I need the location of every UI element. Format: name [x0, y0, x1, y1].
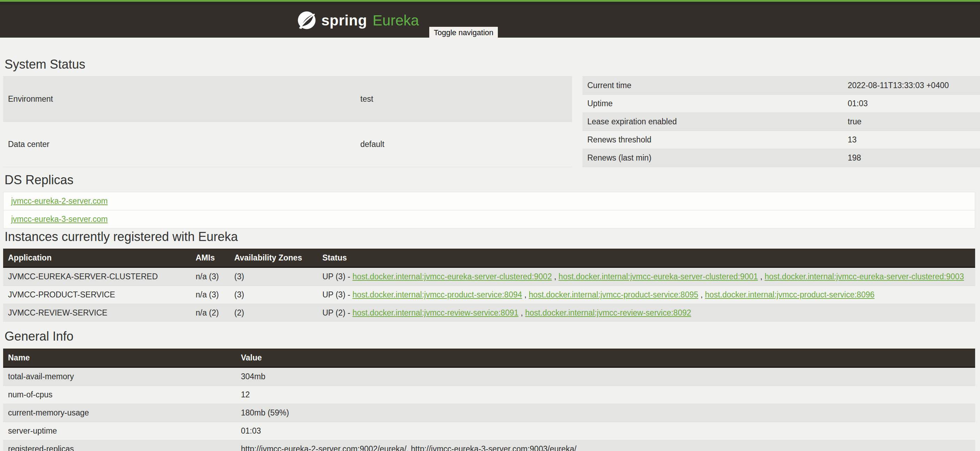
instance-link[interactable]: host.docker.internal:jvmcc-review-servic…: [525, 308, 691, 317]
status-value: 13: [843, 131, 980, 149]
instance-application: JVMCC-REVIEW-SERVICE: [3, 304, 191, 322]
instance-amis: n/a (2): [191, 304, 229, 322]
ds-replicas-list: jvmcc-eureka-2-server.comjvmcc-eureka-3-…: [3, 192, 975, 228]
general-info-name: total-avail-memory: [3, 367, 236, 386]
general-info-table: NameValue total-avail-memory304mbnum-of-…: [3, 349, 975, 451]
toggle-navigation-button[interactable]: Toggle navigation: [429, 27, 498, 38]
general-info-row: num-of-cpus12: [3, 386, 975, 404]
instance-status-prefix: UP (3) -: [322, 290, 352, 299]
brand-eureka-text: Eureka: [372, 11, 419, 30]
instance-status: UP (3) - host.docker.internal:jvmcc-eure…: [318, 268, 975, 286]
general-info-row: server-uptime01:03: [3, 422, 975, 440]
status-label: Environment: [3, 76, 355, 122]
instance-row: JVMCC-EUREKA-SERVER-CLUSTEREDn/a (3)(3)U…: [3, 268, 975, 286]
column-header: Name: [3, 349, 236, 367]
status-value: test: [355, 76, 572, 122]
general-info-header-row: NameValue: [3, 349, 975, 367]
replica-row: jvmcc-eureka-3-server.com: [3, 210, 975, 228]
status-label: Uptime: [582, 95, 843, 113]
general-info-heading: General Info: [5, 329, 980, 344]
spring-leaf-icon: [297, 11, 317, 30]
instance-link[interactable]: host.docker.internal:jvmcc-product-servi…: [352, 290, 522, 299]
instances-heading: Instances currently registered with Eure…: [5, 229, 980, 244]
column-header: Application: [3, 249, 191, 268]
status-label: Current time: [582, 76, 843, 95]
system-status-heading: System Status: [5, 57, 980, 72]
status-value: 198: [843, 149, 980, 167]
general-info-name: num-of-cpus: [3, 386, 236, 404]
status-tables-gap: [572, 76, 582, 167]
replica-link[interactable]: jvmcc-eureka-3-server.com: [11, 215, 108, 223]
general-info-value: 01:03: [236, 422, 975, 440]
instance-status-prefix: UP (3) -: [322, 272, 352, 281]
instances-header-row: ApplicationAMIsAvailability ZonesStatus: [3, 249, 975, 268]
general-info-row: registered-replicashttp://jvmcc-eureka-2…: [3, 440, 975, 451]
status-label: Data center: [3, 122, 355, 167]
status-value: true: [843, 113, 980, 131]
column-header: Status: [318, 249, 975, 268]
general-info-value: 304mb: [236, 367, 975, 386]
replica-link[interactable]: jvmcc-eureka-2-server.com: [11, 196, 108, 206]
status-value: 01:03: [843, 95, 980, 113]
instance-row: JVMCC-PRODUCT-SERVICEn/a (3)(3)UP (3) - …: [3, 286, 975, 304]
status-label: Renews threshold: [582, 131, 843, 149]
column-header: Availability Zones: [229, 249, 318, 268]
status-row: Environmenttest: [3, 76, 572, 122]
instance-amis: n/a (3): [191, 268, 229, 286]
instance-application: JVMCC-PRODUCT-SERVICE: [3, 286, 191, 304]
status-row: Renews threshold13: [582, 131, 980, 149]
column-header: AMIs: [191, 249, 229, 268]
status-row: Renews (last min)198: [582, 149, 980, 167]
system-status-right-table: Current time2022-08-11T13:33:03 +0400Upt…: [582, 76, 980, 167]
status-row: Current time2022-08-11T13:33:03 +0400: [582, 76, 980, 95]
instances-table: ApplicationAMIsAvailability ZonesStatus …: [3, 249, 975, 322]
instance-status: UP (2) - host.docker.internal:jvmcc-revi…: [318, 304, 975, 322]
instance-zones: (3): [229, 268, 318, 286]
status-label: Renews (last min): [582, 149, 843, 167]
general-info-name: server-uptime: [3, 422, 236, 440]
navbar: spring Eureka Toggle navigation: [0, 0, 980, 38]
general-info-name: registered-replicas: [3, 440, 236, 451]
instance-status-prefix: UP (2) -: [322, 308, 352, 317]
instance-application: JVMCC-EUREKA-SERVER-CLUSTERED: [3, 268, 191, 286]
general-info-value: http://jvmcc-eureka-2-server.com:9002/eu…: [236, 440, 975, 451]
replica-row: jvmcc-eureka-2-server.com: [3, 192, 975, 210]
brand-link[interactable]: spring Eureka: [297, 11, 419, 30]
instance-amis: n/a (3): [191, 286, 229, 304]
column-header: Value: [236, 349, 975, 367]
instance-link[interactable]: host.docker.internal:jvmcc-eureka-server…: [352, 272, 552, 281]
status-value: default: [355, 122, 572, 167]
instance-link[interactable]: host.docker.internal:jvmcc-product-servi…: [529, 290, 698, 299]
system-status-section: EnvironmenttestData centerdefault Curren…: [3, 76, 980, 167]
instance-link[interactable]: host.docker.internal:jvmcc-eureka-server…: [765, 272, 964, 281]
status-row: Data centerdefault: [3, 122, 572, 167]
instance-link[interactable]: host.docker.internal:jvmcc-product-servi…: [705, 290, 875, 299]
instance-row: JVMCC-REVIEW-SERVICEn/a (2)(2)UP (2) - h…: [3, 304, 975, 322]
brand-spring-text: spring: [321, 11, 367, 30]
ds-replicas-heading: DS Replicas: [5, 173, 980, 187]
instance-link[interactable]: host.docker.internal:jvmcc-eureka-server…: [558, 272, 758, 281]
status-row: Uptime01:03: [582, 95, 980, 113]
instance-link[interactable]: host.docker.internal:jvmcc-review-servic…: [352, 308, 519, 317]
instance-status: UP (3) - host.docker.internal:jvmcc-prod…: [318, 286, 975, 304]
status-row: Lease expiration enabledtrue: [582, 113, 980, 131]
general-info-row: current-memory-usage180mb (59%): [3, 404, 975, 422]
instance-zones: (3): [229, 286, 318, 304]
general-info-name: current-memory-usage: [3, 404, 236, 422]
general-info-row: total-avail-memory304mb: [3, 367, 975, 386]
instance-zones: (2): [229, 304, 318, 322]
general-info-value: 12: [236, 386, 975, 404]
status-value: 2022-08-11T13:33:03 +0400: [843, 76, 980, 95]
general-info-value: 180mb (59%): [236, 404, 975, 422]
status-label: Lease expiration enabled: [582, 113, 843, 131]
system-status-left-table: EnvironmenttestData centerdefault: [3, 76, 572, 167]
